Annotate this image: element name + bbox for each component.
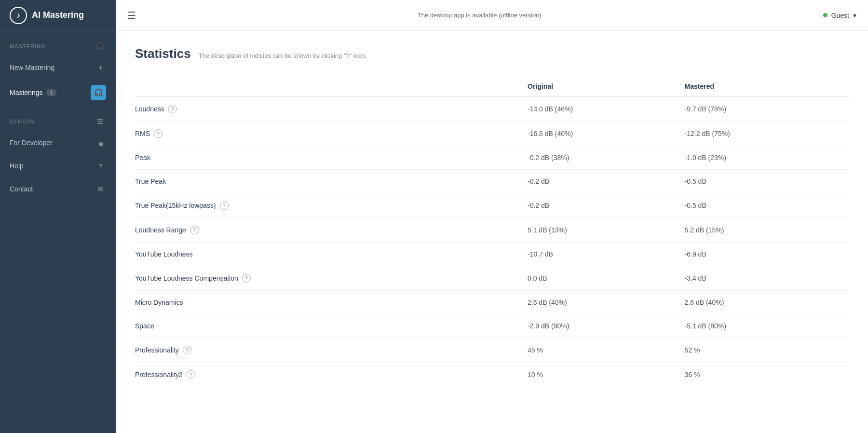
row-label: Peak — [135, 154, 150, 162]
row-original-value: 0.0 dB — [528, 266, 685, 291]
contact-label: Contact — [10, 185, 33, 193]
row-mastered-value: -5.1 dB (80%) — [685, 314, 849, 338]
row-label: Micro Dynamics — [135, 298, 183, 306]
table-row: Micro Dynamics2.6 dB (40%)2.6 dB (40%) — [135, 291, 849, 314]
table-header-row: Original Mastered — [135, 77, 849, 96]
statistics-table: Original Mastered Loudness?-14.0 dB (46%… — [135, 77, 849, 387]
table-row: Professionality?45 %52 % — [135, 338, 849, 363]
table-row: Loudness Range?5.1 dB (13%)5.2 dB (15%) — [135, 218, 849, 243]
row-original-value: -0.2 dB — [528, 170, 685, 193]
table-row: Space-2.9 dB (90%)-5.1 dB (80%) — [135, 314, 849, 338]
row-mastered-value: -9.7 dB (78%) — [685, 96, 849, 122]
main-area: ☰ The desktop app is available (offline … — [116, 0, 868, 433]
plus-icon: ＋ — [95, 62, 106, 73]
mastering-section-label: MASTERING 🎧 — [0, 31, 116, 56]
row-label-cell: Professionality2? — [135, 363, 528, 387]
user-menu[interactable]: Guest ▾ — [823, 12, 856, 19]
topbar: ☰ The desktop app is available (offline … — [116, 0, 868, 31]
row-original-value: 45 % — [528, 338, 685, 363]
question-icon: ? — [95, 160, 106, 172]
row-original-value: -0.2 dB — [528, 193, 685, 218]
table-row: YouTube Loudness Compensation?0.0 dB-3.4… — [135, 266, 849, 291]
help-icon[interactable]: ? — [183, 346, 191, 354]
for-developer-label: For Developer — [10, 139, 53, 147]
row-label: YouTube Loudness — [135, 250, 193, 258]
row-label: Professionality2 — [135, 371, 183, 379]
row-mastered-value: 52 % — [685, 338, 849, 363]
col-header-original: Original — [528, 77, 685, 96]
row-label-cell: Professionality? — [135, 338, 528, 363]
table-row: True Peak-0.2 dB-0.5 dB — [135, 170, 849, 193]
sidebar-logo: ♪ AI Mastering — [0, 0, 116, 31]
row-label-cell: RMS? — [135, 122, 528, 146]
menu-icon: ☰ — [95, 116, 106, 127]
row-label-cell: YouTube Loudness — [135, 243, 528, 266]
table-row: Professionality2?10 %36 % — [135, 363, 849, 387]
row-label: RMS — [135, 130, 150, 137]
help-icon[interactable]: ? — [154, 129, 163, 138]
row-label-cell: Peak — [135, 146, 528, 170]
row-label-cell: Loudness Range? — [135, 218, 528, 243]
row-mastered-value: -6.9 dB — [685, 243, 849, 266]
row-label: True Peak — [135, 177, 166, 185]
help-label: Help — [10, 162, 24, 170]
page-header: Statistics The description of indicies c… — [135, 46, 849, 61]
help-icon[interactable]: ? — [187, 370, 195, 379]
row-label: Loudness — [135, 105, 164, 113]
others-section-label: OTHERS ☰ — [0, 106, 116, 131]
row-label: Space — [135, 322, 154, 330]
masterings-badge: 1 — [46, 89, 56, 96]
row-label: True Peak(15kHz lowpass) — [135, 202, 216, 209]
row-mastered-value: -1.0 dB (23%) — [685, 146, 849, 170]
sidebar-item-help[interactable]: Help ? — [0, 154, 116, 177]
sidebar-item-for-developer[interactable]: For Developer 🖥 — [0, 131, 116, 154]
sidebar-item-contact[interactable]: Contact ✉ — [0, 177, 116, 201]
row-label: Professionality — [135, 346, 179, 354]
table-row: RMS?-16.6 dB (40%)-12.2 dB (75%) — [135, 122, 849, 146]
row-mastered-value: 2.6 dB (40%) — [685, 291, 849, 314]
help-icon[interactable]: ? — [220, 201, 229, 210]
row-label-cell: Micro Dynamics — [135, 291, 528, 314]
row-original-value: -10.7 dB — [528, 243, 685, 266]
col-header-mastered: Mastered — [685, 77, 849, 96]
sidebar-item-new-mastering[interactable]: New Mastering ＋ — [0, 56, 116, 79]
logo-icon: ♪ — [10, 7, 27, 24]
row-original-value: -0.2 dB (38%) — [528, 146, 685, 170]
row-label-cell: Space — [135, 314, 528, 338]
row-mastered-value: -3.4 dB — [685, 266, 849, 291]
row-mastered-value: 5.2 dB (15%) — [685, 218, 849, 243]
row-mastered-value: -0.5 dB — [685, 170, 849, 193]
masterings-label: Masterings — [10, 89, 42, 96]
headphones-icon: 🎧 — [95, 41, 106, 52]
row-original-value: 5.1 dB (13%) — [528, 218, 685, 243]
table-row: Loudness?-14.0 dB (46%)-9.7 dB (78%) — [135, 96, 849, 122]
online-indicator — [823, 13, 827, 17]
mail-icon: ✉ — [95, 183, 106, 195]
col-header-label — [135, 77, 528, 96]
table-row: YouTube Loudness-10.7 dB-6.9 dB — [135, 243, 849, 266]
content-area: Statistics The description of indicies c… — [116, 31, 868, 433]
row-label: Loudness Range — [135, 226, 186, 234]
logo-text: AI Mastering — [32, 10, 84, 20]
row-label-cell: True Peak — [135, 170, 528, 193]
row-mastered-value: -0.5 dB — [685, 193, 849, 218]
row-label: YouTube Loudness Compensation — [135, 274, 238, 282]
dropdown-arrow-icon: ▾ — [853, 12, 856, 19]
help-icon[interactable]: ? — [168, 105, 177, 113]
row-original-value: 10 % — [528, 363, 685, 387]
row-original-value: -16.6 dB (40%) — [528, 122, 685, 146]
new-mastering-label: New Mastering — [10, 64, 54, 71]
page-subtitle: The description of indicies can be shown… — [199, 52, 367, 59]
sidebar-item-masterings[interactable]: Masterings 1 🎧 — [0, 79, 116, 106]
row-label-cell: YouTube Loudness Compensation? — [135, 266, 528, 291]
sidebar: ♪ AI Mastering MASTERING 🎧 New Mastering… — [0, 0, 116, 433]
topbar-center-text: The desktop app is available (offline ve… — [144, 12, 815, 19]
hamburger-icon[interactable]: ☰ — [127, 10, 136, 21]
help-icon[interactable]: ? — [242, 274, 251, 283]
help-icon[interactable]: ? — [190, 226, 199, 234]
headphones-active-icon: 🎧 — [91, 85, 106, 100]
row-mastered-value: 36 % — [685, 363, 849, 387]
monitor-icon: 🖥 — [95, 137, 106, 149]
row-original-value: -2.9 dB (90%) — [528, 314, 685, 338]
row-label-cell: True Peak(15kHz lowpass)? — [135, 193, 528, 218]
